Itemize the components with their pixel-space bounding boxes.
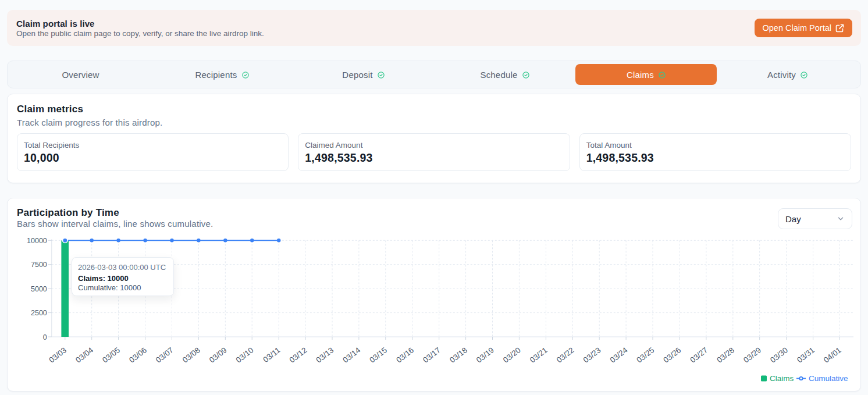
svg-text:03/31: 03/31 xyxy=(795,346,816,365)
svg-text:03/28: 03/28 xyxy=(715,346,736,365)
svg-text:10000: 10000 xyxy=(27,237,47,245)
svg-text:03/06: 03/06 xyxy=(127,346,148,365)
svg-text:03/15: 03/15 xyxy=(368,346,389,365)
svg-text:2500: 2500 xyxy=(31,309,47,317)
svg-text:0: 0 xyxy=(43,333,47,341)
svg-text:03/17: 03/17 xyxy=(421,346,442,365)
svg-text:03/11: 03/11 xyxy=(261,346,282,364)
svg-text:03/23: 03/23 xyxy=(582,346,603,365)
svg-text:03/07: 03/07 xyxy=(154,346,175,365)
svg-text:03/14: 03/14 xyxy=(341,346,362,365)
svg-text:7500: 7500 xyxy=(31,261,47,269)
svg-text:03/30: 03/30 xyxy=(769,346,789,365)
svg-text:Claims: Claims xyxy=(770,374,794,383)
svg-text:03/04: 03/04 xyxy=(74,346,95,365)
svg-text:03/19: 03/19 xyxy=(475,346,496,365)
svg-text:03/05: 03/05 xyxy=(101,346,122,365)
svg-text:5000: 5000 xyxy=(31,285,47,293)
svg-text:03/25: 03/25 xyxy=(635,346,656,365)
svg-text:03/18: 03/18 xyxy=(448,346,469,365)
svg-text:03/21: 03/21 xyxy=(528,346,549,365)
svg-text:03/03: 03/03 xyxy=(47,346,68,365)
svg-text:03/27: 03/27 xyxy=(688,346,709,365)
svg-text:03/26: 03/26 xyxy=(661,346,682,365)
svg-text:03/20: 03/20 xyxy=(501,346,522,365)
svg-text:03/10: 03/10 xyxy=(234,346,255,365)
svg-text:03/12: 03/12 xyxy=(288,346,309,365)
svg-text:03/24: 03/24 xyxy=(609,346,629,365)
svg-text:03/08: 03/08 xyxy=(181,346,202,365)
svg-text:Cumulative: Cumulative xyxy=(809,374,848,383)
svg-text:03/16: 03/16 xyxy=(394,346,415,365)
svg-text:04/01: 04/01 xyxy=(822,346,843,365)
svg-text:03/29: 03/29 xyxy=(742,346,763,365)
svg-text:03/22: 03/22 xyxy=(555,346,576,365)
svg-text:03/09: 03/09 xyxy=(208,346,229,365)
svg-text:03/13: 03/13 xyxy=(314,346,335,365)
